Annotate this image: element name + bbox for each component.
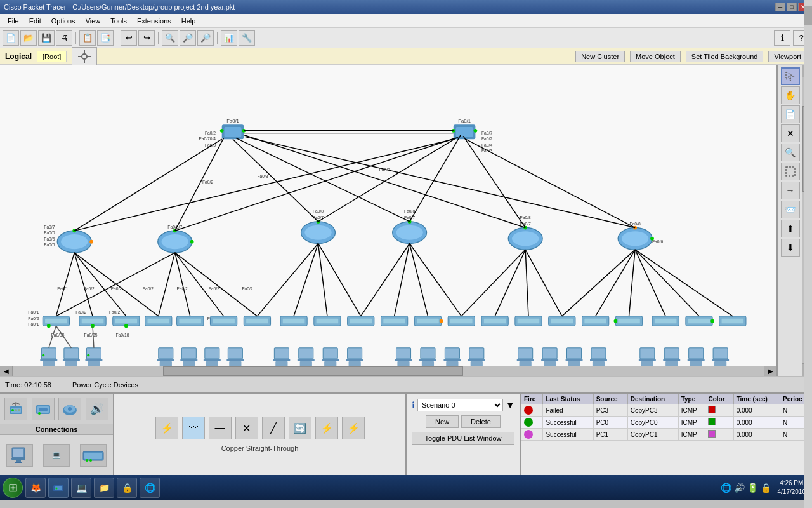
note-tool-button[interactable]: 📄 [781, 105, 800, 123]
taskbar-explorer[interactable]: 📁 [94, 478, 114, 498]
tb-zoomout[interactable]: 🔎 [180, 30, 196, 46]
svg-rect-313 [518, 348, 533, 359]
conn-console[interactable]: 〰 [182, 417, 205, 439]
horizontal-scrollbar[interactable]: ◀ ▶ [0, 366, 776, 376]
menu-edit[interactable]: Edit [24, 16, 46, 26]
tb-open[interactable]: 📂 [20, 30, 37, 46]
conn-serial[interactable]: 🔄 [289, 417, 311, 439]
pdu-down-button[interactable]: ⬇ [781, 239, 800, 257]
menu-view[interactable]: View [81, 16, 106, 26]
taskbar-cmd[interactable]: 💻 [71, 478, 91, 498]
svg-text:Fa0/0: Fa0/0 [44, 231, 55, 235]
pdu-cell-color-0 [705, 404, 733, 417]
svg-point-37 [190, 240, 194, 244]
pdu-row-1[interactable]: Successful PC0 CopyPC0 ICMP 0.000 N [521, 417, 812, 429]
network-icon-svg [77, 49, 92, 64]
pdu-cell-time-2: 0.000 [733, 429, 780, 441]
conn-rollover[interactable]: ╱ [262, 417, 285, 439]
logical-icon[interactable] [72, 47, 97, 66]
tb-info[interactable]: ℹ [774, 30, 790, 46]
scroll-thumb[interactable] [163, 366, 464, 376]
svg-rect-94 [213, 319, 235, 324]
taskbar-pt[interactable] [48, 478, 69, 498]
wireless-category[interactable]: 🔊 [86, 398, 108, 420]
menu-options[interactable]: Options [46, 16, 81, 26]
pdu-color-swatch-2 [708, 430, 716, 438]
svg-text:Fa0/2: Fa0/2 [481, 137, 492, 141]
pdu-cell-fire-1 [521, 417, 543, 429]
conn-straight[interactable]: — [209, 417, 232, 439]
select-tool-button[interactable] [781, 67, 800, 85]
scroll-right-button[interactable]: ▶ [764, 366, 776, 377]
tb-copy[interactable]: 📋 [79, 30, 96, 46]
menu-file[interactable]: File [3, 16, 24, 26]
menu-tools[interactable]: Tools [105, 16, 132, 26]
viewport-button[interactable]: Viewport [768, 51, 807, 62]
scenario-gear-icon[interactable]: ▼ [506, 400, 514, 410]
maximize-button[interactable]: □ [787, 3, 797, 11]
pc-device[interactable] [6, 444, 33, 467]
tray-volume-icon[interactable]: 🔊 [734, 483, 745, 493]
taskbar-firefox[interactable]: 🦊 [25, 478, 46, 498]
bottom-panel: 🔊 Connections 💻 [0, 392, 812, 475]
pdu-col-time: Time (sec) [733, 394, 780, 404]
pdu-button[interactable]: 📨 [781, 201, 800, 218]
menu-help[interactable]: Help [176, 16, 201, 26]
pdu-col-source: Source [593, 394, 627, 404]
delete-tool-button[interactable]: ✕ [781, 124, 800, 142]
taskbar-app6[interactable]: 🌐 [140, 478, 160, 498]
svg-rect-211 [205, 348, 219, 359]
new-cluster-button[interactable]: New Cluster [575, 51, 625, 62]
switch-device[interactable] [80, 444, 107, 467]
hubs-category[interactable] [58, 398, 81, 420]
hand-tool-button[interactable]: ✋ [781, 86, 800, 104]
pdu-up-button[interactable]: ⬆ [781, 220, 800, 237]
laptop-device[interactable]: 💻 [43, 444, 70, 467]
tb-print[interactable]: 🖨 [56, 30, 72, 46]
tb-palette[interactable]: 📊 [221, 30, 237, 46]
scroll-track[interactable] [13, 366, 764, 376]
tray-battery-icon[interactable]: 🔋 [747, 483, 758, 493]
hub-icon [61, 400, 79, 418]
svg-text:Fa0/8/7: Fa0/8/7 [167, 224, 182, 229]
delete-scenario-button[interactable]: Delete [461, 415, 501, 428]
tray-network-icon[interactable]: 🌐 [721, 483, 731, 493]
scroll-left-button[interactable]: ◀ [0, 366, 13, 377]
tray-security-icon[interactable]: 🔒 [761, 483, 771, 493]
taskbar-app5[interactable]: 🔒 [117, 478, 137, 498]
tb-new[interactable]: 📄 [3, 30, 19, 46]
conn-crossover[interactable]: ✕ [235, 417, 258, 439]
svg-rect-96 [246, 319, 268, 324]
minimize-button[interactable]: ─ [775, 3, 785, 11]
conn-dce[interactable]: ⚡ [315, 417, 338, 439]
pdu-row-2[interactable]: Successful PC1 CopyPC1 ICMP 0.000 N [521, 429, 812, 441]
tb-undo[interactable]: ↩ [121, 30, 137, 46]
tb-zoom-custom[interactable]: 🔎 [197, 30, 214, 46]
toggle-pdu-button[interactable]: Toggle PDU List Window [412, 432, 514, 444]
tb-config[interactable]: 🔧 [239, 30, 255, 46]
move-object-button[interactable]: Move Object [630, 51, 681, 62]
routers-category[interactable] [4, 398, 27, 420]
canvas-area[interactable]: Fa0/1 Fa0/2 Fa0/70/4 Fa0/3 Fa0/1 Fa0/7 F… [0, 65, 778, 376]
main-area: Fa0/1 Fa0/2 Fa0/70/4 Fa0/3 Fa0/1 Fa0/7 F… [0, 65, 812, 376]
arrow-right-button[interactable]: → [781, 182, 800, 199]
tb-redo[interactable]: ↪ [138, 30, 155, 46]
tb-paste[interactable]: 📑 [97, 30, 114, 46]
pdu-vscroll[interactable] [804, 394, 812, 475]
select-rect-button[interactable] [781, 163, 800, 180]
switches-category[interactable] [32, 398, 55, 420]
tb-zoomin[interactable]: 🔍 [162, 30, 178, 46]
scenario-dropdown[interactable]: Scenario 0 [417, 399, 503, 411]
conn-dte[interactable]: ⚡ [342, 417, 365, 439]
start-button[interactable]: ⊞ [3, 478, 23, 498]
pdu-row-0[interactable]: Failed PC3 CopyPC3 ICMP 0.000 N [521, 404, 812, 417]
pdu-cell-dest-2: CopyPC1 [627, 429, 678, 441]
tb-save[interactable]: 💾 [38, 30, 55, 46]
svg-point-0 [82, 54, 87, 59]
conn-auto[interactable]: ⚡ [155, 417, 178, 439]
new-scenario-button[interactable]: New [426, 415, 459, 428]
zoom-tool-button[interactable]: 🔍 [781, 144, 800, 161]
menu-extensions[interactable]: Extensions [132, 16, 176, 26]
svg-text:Fa0/1: Fa0/1 [226, 118, 239, 124]
set-tiled-button[interactable]: Set Tiled Background [686, 51, 764, 62]
